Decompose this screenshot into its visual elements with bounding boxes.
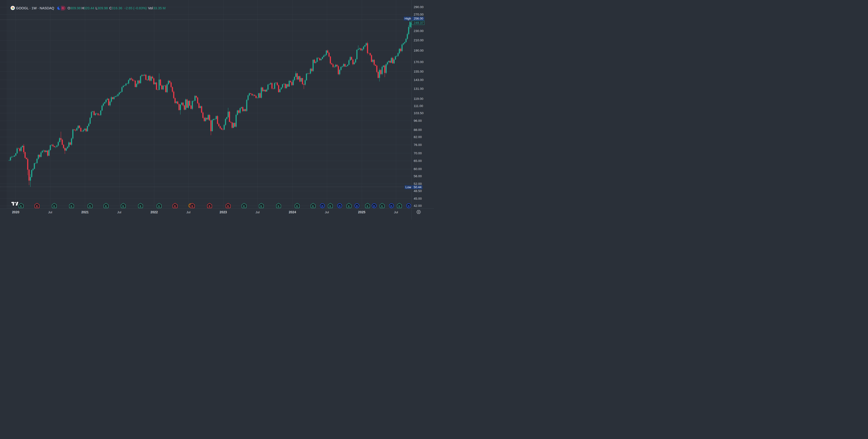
svg-text:309.98: 309.98	[97, 6, 108, 10]
svg-text:270.00: 270.00	[414, 13, 424, 16]
svg-text:309.98: 309.98	[70, 6, 81, 10]
svg-text:143.00: 143.00	[414, 78, 424, 82]
svg-text:33.35: 33.35	[153, 6, 162, 10]
svg-text:56.00: 56.00	[414, 174, 422, 178]
svg-text:D: D	[373, 205, 375, 208]
svg-text:E: E	[227, 205, 229, 208]
svg-text:D: D	[391, 205, 393, 208]
svg-text:2024: 2024	[289, 210, 296, 214]
svg-text:190.00: 190.00	[414, 49, 424, 52]
svg-text:E: E	[140, 205, 142, 208]
svg-text:D: D	[356, 205, 358, 208]
svg-text:E: E	[89, 205, 91, 208]
svg-text:2023: 2023	[219, 210, 227, 214]
svg-text:320.44: 320.44	[84, 6, 94, 10]
svg-text:50.44: 50.44	[414, 185, 422, 189]
svg-text:High: High	[405, 17, 411, 20]
svg-text:E: E	[158, 205, 160, 208]
svg-text:Jul: Jul	[325, 210, 329, 214]
svg-text:103.50: 103.50	[414, 111, 424, 115]
svg-text:155.00: 155.00	[414, 70, 424, 73]
svg-text:Low: Low	[406, 185, 411, 189]
svg-text:2021: 2021	[81, 210, 89, 214]
svg-text:2022: 2022	[150, 210, 158, 214]
svg-text:Jul: Jul	[394, 210, 398, 214]
svg-text:E: E	[381, 205, 383, 208]
svg-text:45.00: 45.00	[414, 197, 422, 200]
svg-text:E: E	[209, 205, 211, 208]
svg-text:E: E	[191, 205, 193, 208]
svg-text:119.00: 119.00	[414, 97, 423, 101]
svg-text:111.00: 111.00	[414, 104, 423, 108]
svg-text:E: E	[278, 205, 280, 208]
svg-text:170.00: 170.00	[414, 60, 424, 64]
svg-text:GOOGL · 1W · NASDAQ: GOOGL · 1W · NASDAQ	[16, 6, 54, 10]
svg-text:D: D	[339, 205, 341, 208]
svg-text:Vol: Vol	[148, 6, 153, 10]
svg-text:E: E	[53, 205, 55, 208]
svg-text:E: E	[398, 205, 400, 208]
svg-text:E: E	[174, 205, 176, 208]
svg-text:Jul: Jul	[117, 210, 121, 214]
svg-text:249.37: 249.37	[414, 21, 424, 25]
svg-text:O: O	[68, 6, 70, 10]
svg-text:76.00: 76.00	[414, 143, 422, 147]
svg-text:70.00: 70.00	[414, 151, 422, 155]
svg-text:65.00: 65.00	[414, 159, 422, 163]
svg-text:C: C	[109, 6, 112, 10]
svg-text:82.00: 82.00	[414, 135, 422, 139]
svg-text:88.00: 88.00	[414, 128, 422, 132]
svg-text:E: E	[70, 205, 72, 208]
svg-text:−2.65 (−0.83%): −2.65 (−0.83%)	[124, 6, 147, 10]
svg-text:290.00: 290.00	[414, 5, 424, 9]
svg-text:E: E	[330, 205, 332, 208]
svg-text:2020: 2020	[12, 210, 19, 214]
svg-text:E: E	[36, 205, 38, 208]
svg-text:E: E	[260, 205, 262, 208]
svg-text:E: E	[312, 205, 314, 208]
svg-text:Jul: Jul	[186, 210, 190, 214]
svg-text:96.00: 96.00	[414, 119, 422, 123]
svg-text:2025: 2025	[358, 210, 365, 214]
svg-text:E: E	[122, 205, 124, 208]
svg-text:E: E	[243, 205, 245, 208]
svg-text:L: L	[96, 6, 98, 10]
svg-text:256.00: 256.00	[414, 17, 423, 20]
svg-text:60.00: 60.00	[414, 167, 422, 171]
svg-text:316.36: 316.36	[112, 6, 122, 10]
svg-text:≈: ≈	[61, 5, 64, 10]
svg-text:E: E	[367, 205, 369, 208]
svg-text:Jul: Jul	[48, 210, 52, 214]
svg-text:230.00: 230.00	[414, 29, 424, 33]
svg-text:210.00: 210.00	[414, 38, 424, 42]
svg-text:E: E	[20, 205, 22, 208]
svg-text:Jul: Jul	[256, 210, 260, 214]
svg-text:E: E	[348, 205, 350, 208]
svg-text:E: E	[296, 205, 298, 208]
svg-text:131.00: 131.00	[414, 87, 424, 91]
svg-text:D: D	[408, 205, 410, 208]
svg-text:M: M	[163, 6, 166, 10]
svg-text:52.00: 52.00	[414, 182, 422, 185]
svg-text:D: D	[321, 205, 323, 208]
svg-text:48.50: 48.50	[414, 189, 422, 193]
svg-text:42.00: 42.00	[414, 204, 422, 208]
svg-text:E: E	[105, 205, 107, 208]
